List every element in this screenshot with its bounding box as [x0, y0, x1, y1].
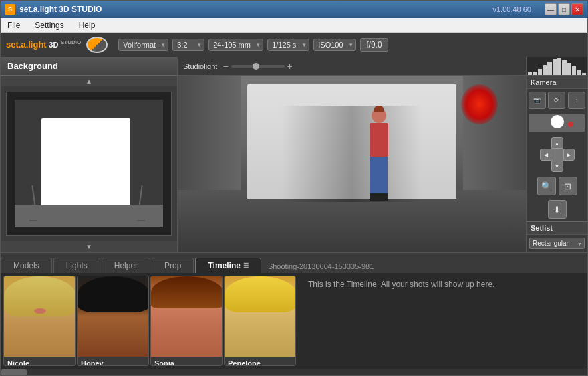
camera-btn-3[interactable]: ↕	[568, 92, 585, 109]
camera-btn-1[interactable]: 📷	[529, 92, 546, 109]
nav-right-button[interactable]: ▶	[563, 149, 575, 161]
light-slider[interactable]	[231, 65, 285, 68]
scene-figure	[359, 108, 399, 202]
iso-select-wrap[interactable]: ISO100 ISO200 ISO400	[313, 39, 356, 51]
light-control-button[interactable]: ⬇	[548, 200, 567, 219]
panel-header-background: Background	[1, 57, 177, 76]
horizontal-scrollbar[interactable]	[1, 369, 587, 375]
model-hair-sonja	[151, 276, 223, 308]
model-card-nicole[interactable]: Nicole 21 Years	[3, 276, 76, 366]
bottom-content: Nicole 21 Years Honey 28 Years	[1, 273, 587, 369]
left-panel: Background ▲ ▼	[1, 57, 178, 252]
iso-select[interactable]: ISO100 ISO200 ISO400	[313, 39, 356, 51]
shooting-label: Shooting-20130604-153335-981	[263, 260, 379, 273]
lens-select[interactable]: 24-105 mm 50 mm 85 mm	[208, 39, 263, 51]
menu-file[interactable]: File	[5, 20, 23, 31]
model-card-sonja[interactable]: Sonja 24 Years	[150, 276, 223, 366]
hist-bar	[582, 73, 586, 74]
model-hair-penelope	[225, 276, 296, 312]
logo-circle	[86, 37, 108, 53]
setlist-select[interactable]: Rectangular Round Square	[529, 238, 585, 249]
tab-models[interactable]: Models	[1, 258, 52, 273]
figure-hair	[374, 106, 384, 112]
window-controls: — □ ✕	[545, 3, 583, 15]
hist-bar	[533, 72, 537, 75]
logo-3d: 3D	[49, 41, 58, 50]
maximize-button[interactable]: □	[558, 3, 570, 15]
model-photo-sonja	[151, 276, 223, 357]
tab-lights[interactable]: Lights	[53, 258, 100, 273]
figure-feet	[370, 193, 388, 201]
slider-plus-button[interactable]: +	[287, 61, 293, 72]
model-name-honey: Honey	[81, 359, 145, 366]
timeline-menu-icon[interactable]: ☰	[243, 262, 249, 269]
fit-button[interactable]: ⊡	[559, 177, 577, 195]
close-button[interactable]: ✕	[571, 3, 583, 15]
histogram-bars	[527, 57, 587, 75]
tab-prop[interactable]: Prop	[152, 258, 194, 273]
tab-timeline[interactable]: Timeline ☰	[195, 258, 261, 273]
backdrop-scene	[15, 100, 162, 228]
light-slider-container: − +	[223, 61, 292, 72]
nav-diamond: ▲ ▼ ◀ ▶	[540, 137, 575, 172]
right-panel: Kamera 📷 ⟳ ↕ ▲ ▼ ◀ ▶	[526, 57, 587, 252]
shutter-select[interactable]: 1/125 s 1/250 s 1/500 s	[267, 39, 309, 51]
scroll-up-button[interactable]: ▲	[1, 76, 177, 86]
viewport-toolbar: Studiolight − +	[178, 57, 526, 76]
slider-thumb	[253, 63, 259, 70]
setlist-select-wrap[interactable]: Rectangular Round Square	[529, 238, 585, 249]
toolbar-row: set.a.light 3D STUDIO Vollformat APS-C M…	[1, 33, 587, 57]
stand-foot-left	[29, 220, 37, 221]
title-bar-left: S set.a.light 3D STUDIO	[5, 4, 102, 15]
scene-floor	[178, 190, 526, 252]
scroll-down-button[interactable]: ▼	[1, 241, 177, 252]
timeline-area: This is the Timeline. All your shots wil…	[299, 273, 587, 369]
bottom-section: Models Lights Helper Prop Timeline ☰ Sho…	[1, 252, 587, 375]
hist-bar	[577, 70, 581, 74]
white-backdrop	[41, 118, 130, 208]
format-select-wrap[interactable]: Vollformat APS-C MFT	[118, 39, 168, 51]
background-preview	[6, 92, 172, 236]
figure-legs	[370, 157, 388, 193]
hist-bar	[543, 65, 547, 75]
scrollbar-thumb[interactable]	[1, 369, 27, 375]
lens-select-wrap[interactable]: 24-105 mm 50 mm 85 mm	[208, 39, 263, 51]
nav-down-button[interactable]: ▼	[551, 160, 563, 172]
model-card-honey[interactable]: Honey 28 Years	[77, 276, 149, 366]
ratio-select-wrap[interactable]: 3:2 4:3 16:9	[172, 39, 204, 51]
hist-bar	[538, 69, 542, 75]
model-photo-nicole	[4, 276, 76, 357]
viewport-3d	[178, 76, 526, 252]
ratio-select[interactable]: 3:2 4:3 16:9	[172, 39, 204, 51]
logo-studio: STUDIO	[61, 39, 81, 45]
preview-dot-white	[551, 115, 564, 128]
menu-settings[interactable]: Settings	[32, 20, 66, 31]
model-info-penelope: Penelope 25 Years	[225, 357, 295, 366]
figure-body	[370, 123, 388, 157]
tabs-row: Models Lights Helper Prop Timeline ☰ Sho…	[1, 253, 587, 273]
kamera-label: Kamera	[527, 76, 587, 89]
model-info-honey: Honey 28 Years	[78, 357, 148, 366]
navigation-controls: ▲ ▼ ◀ ▶ 🔍 ⊡ ⬇	[527, 134, 587, 221]
hist-bar	[567, 63, 571, 74]
model-card-penelope[interactable]: Penelope 25 Years	[224, 276, 296, 366]
slider-minus-button[interactable]: −	[223, 61, 228, 72]
figure-head	[372, 108, 386, 123]
center-viewport: Studiolight − +	[178, 57, 526, 252]
model-face-detail	[34, 308, 46, 314]
shutter-select-wrap[interactable]: 1/125 s 1/250 s 1/500 s	[267, 39, 309, 51]
hist-bar	[547, 62, 551, 75]
zoom-button[interactable]: 🔍	[537, 177, 556, 195]
minimize-button[interactable]: —	[545, 3, 557, 15]
tab-helper[interactable]: Helper	[102, 258, 150, 273]
nav-center-button[interactable]	[551, 148, 564, 161]
format-select[interactable]: Vollformat APS-C MFT	[118, 39, 168, 51]
logo-set: set.a.light	[6, 40, 47, 50]
models-grid: Nicole 21 Years Honey 28 Years	[1, 273, 299, 369]
hist-bar	[572, 66, 576, 74]
camera-btn-2[interactable]: ⟳	[548, 92, 565, 109]
menu-help[interactable]: Help	[76, 20, 98, 31]
model-name-nicole: Nicole	[7, 359, 71, 366]
scene-backdrop-cloth	[247, 84, 456, 199]
setlist-label: Setlist	[527, 221, 587, 235]
